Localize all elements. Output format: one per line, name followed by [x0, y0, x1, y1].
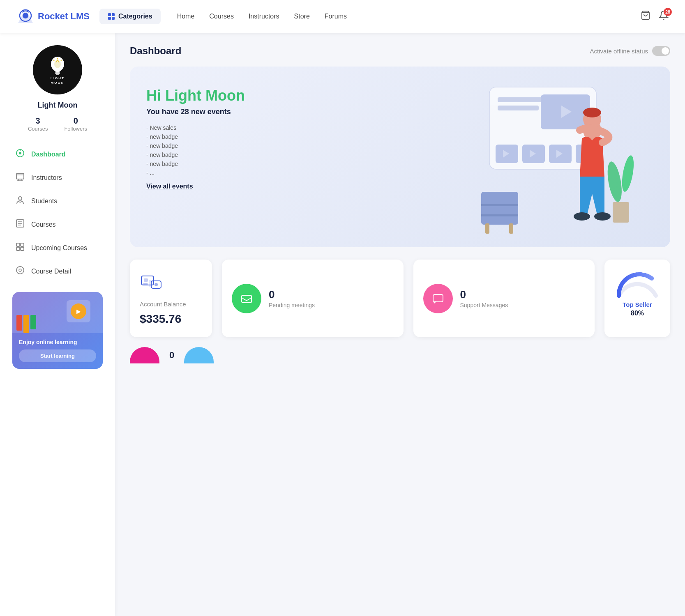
- start-learning-button[interactable]: Start learning: [19, 349, 96, 362]
- students-label: Students: [31, 198, 57, 205]
- event-item-ellipsis: ...: [146, 170, 428, 176]
- gauge-container: [615, 271, 660, 298]
- dashboard-illustration: [440, 83, 654, 247]
- svg-point-64: [155, 283, 158, 286]
- account-balance-amount: $335.76: [140, 313, 181, 326]
- svg-rect-19: [16, 173, 24, 179]
- svg-rect-48: [481, 192, 518, 225]
- brand-name: Rocket LMS: [38, 11, 90, 22]
- stats-row: Account Balance $335.76 0 Pending meetin…: [130, 260, 670, 337]
- nav-home[interactable]: Home: [177, 13, 195, 20]
- upcoming-icon: [15, 242, 25, 253]
- account-balance-card: Account Balance $335.76: [130, 260, 212, 337]
- svg-rect-7: [112, 17, 115, 20]
- svg-point-2: [23, 13, 28, 18]
- meetings-circle: [232, 284, 261, 313]
- svg-rect-50: [481, 214, 518, 216]
- svg-point-60: [594, 212, 611, 221]
- promo-books: [16, 315, 36, 333]
- students-icon: [15, 195, 25, 207]
- promo-content: Enjoy online learning Start learning: [12, 333, 103, 369]
- categories-button[interactable]: Categories: [99, 9, 161, 24]
- svg-point-54: [605, 161, 624, 203]
- sidebar-item-instructors[interactable]: Instructors: [8, 167, 107, 188]
- dashboard-header: Dashboard Activate offline status: [130, 45, 670, 57]
- svg-rect-4: [108, 13, 111, 16]
- partial-stats-row: 0: [130, 347, 670, 363]
- dashboard-icon: [15, 149, 25, 160]
- svg-point-58: [583, 108, 601, 117]
- svg-rect-51: [485, 223, 489, 234]
- courses-icon: [15, 219, 25, 230]
- event-item: new badge: [146, 133, 428, 140]
- nav-courses[interactable]: Courses: [209, 13, 234, 20]
- svg-line-14: [53, 60, 54, 61]
- hero-greeting: Hi Light Moon: [146, 87, 428, 104]
- support-messages-card: 0 Support Messages: [413, 260, 595, 337]
- sidebar-item-dashboard[interactable]: Dashboard: [8, 143, 107, 165]
- offline-toggle-switch[interactable]: [652, 46, 670, 56]
- sidebar-item-upcoming[interactable]: Upcoming Courses: [8, 237, 107, 259]
- avatar-top-label: LIGHT: [51, 76, 65, 80]
- avatar-bottom-label: MOON: [51, 81, 65, 85]
- nav-forums[interactable]: Forums: [325, 13, 347, 20]
- meetings-label: Pending meetings: [269, 302, 315, 308]
- promo-image: ▶: [12, 292, 103, 333]
- cart-icon: [641, 10, 650, 20]
- instructors-label: Instructors: [31, 174, 62, 182]
- partial-count: 0: [169, 350, 174, 361]
- svg-rect-62: [144, 278, 148, 282]
- sidebar-item-students[interactable]: Students: [8, 190, 107, 212]
- nav-links: Home Courses Instructors Store Forums: [177, 13, 641, 20]
- cart-button[interactable]: [641, 10, 650, 23]
- nav-actions: 28: [641, 10, 669, 23]
- main-content: Dashboard Activate offline status Hi Lig…: [115, 33, 685, 616]
- instructors-icon: [15, 172, 25, 183]
- top-navigation: Rocket LMS Categories Home Courses Instr…: [0, 0, 685, 33]
- svg-rect-66: [149, 280, 152, 287]
- svg-rect-6: [108, 17, 111, 20]
- svg-rect-68: [433, 294, 443, 302]
- svg-point-34: [19, 269, 21, 271]
- pending-meetings-card: 0 Pending meetings: [222, 260, 404, 337]
- svg-rect-52: [509, 223, 513, 234]
- dashboard-label: Dashboard: [31, 151, 66, 158]
- messages-label: Support Messages: [460, 302, 508, 308]
- upcoming-label: Upcoming Courses: [31, 244, 87, 252]
- course-detail-label: Course Detail: [31, 268, 71, 275]
- hero-banner: Hi Light Moon You have 28 new events New…: [130, 67, 670, 247]
- notification-button[interactable]: 28: [659, 10, 669, 23]
- sidebar-item-courses[interactable]: Courses: [8, 214, 107, 235]
- svg-rect-31: [16, 247, 20, 251]
- svg-rect-37: [498, 106, 539, 110]
- svg-rect-30: [21, 243, 24, 246]
- nav-store[interactable]: Store: [294, 13, 310, 20]
- notification-badge: 28: [664, 8, 672, 16]
- svg-rect-29: [16, 243, 20, 246]
- meetings-info: 0 Pending meetings: [269, 288, 315, 308]
- sidebar: LIGHT MOON Light Moon 3 Courses 0 Follow…: [0, 33, 115, 616]
- view-all-events[interactable]: View all events: [146, 183, 193, 190]
- svg-point-33: [16, 267, 24, 274]
- sidebar-nav: Dashboard Instructors: [8, 143, 107, 282]
- offline-toggle: Activate offline status: [590, 46, 670, 56]
- svg-rect-5: [112, 13, 115, 16]
- meetings-count: 0: [269, 288, 315, 301]
- messages-circle: [423, 284, 453, 313]
- event-item: new badge: [146, 161, 428, 167]
- svg-line-15: [61, 60, 62, 61]
- hero-events-list: New sales new badge new badge new badge …: [146, 124, 428, 176]
- gauge-chart: [615, 271, 660, 298]
- logo[interactable]: Rocket LMS: [16, 7, 90, 25]
- course-detail-icon: [15, 266, 25, 277]
- nav-instructors[interactable]: Instructors: [249, 13, 279, 20]
- svg-point-59: [574, 212, 590, 221]
- promo-play-button[interactable]: ▶: [71, 303, 86, 319]
- courses-stat: 3 Courses: [28, 116, 48, 132]
- messages-count: 0: [460, 288, 508, 301]
- svg-rect-3: [24, 21, 27, 22]
- sidebar-item-course-detail[interactable]: Course Detail: [8, 260, 107, 282]
- page-title: Dashboard: [130, 45, 181, 57]
- user-stats: 3 Courses 0 Followers: [28, 116, 87, 132]
- svg-rect-32: [21, 247, 24, 251]
